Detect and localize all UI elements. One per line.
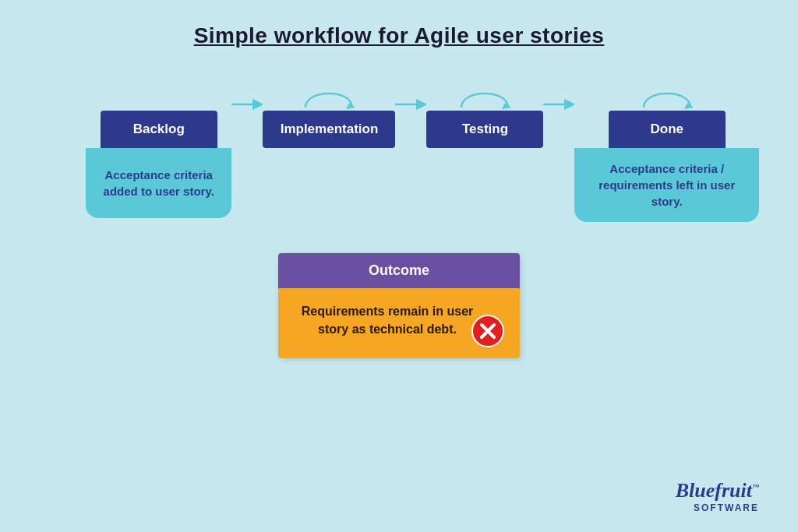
outcome-text: Requirements remain in user story as tec… xyxy=(297,302,501,338)
workflow-row: Backlog Acceptance criteria added to use… xyxy=(86,79,759,222)
curved-arrow-3-icon xyxy=(454,81,516,109)
step-backlog: Backlog Acceptance criteria added to use… xyxy=(86,79,231,218)
x-circle-icon xyxy=(471,315,504,347)
step-done: Done Acceptance criteria / requirements … xyxy=(574,79,759,222)
step-implementation-header: Implementation xyxy=(263,111,395,148)
step-backlog-body: Acceptance criteria added to user story. xyxy=(86,148,231,218)
outcome-body: Requirements remain in user story as tec… xyxy=(278,288,520,358)
arrow-right-3-icon xyxy=(543,97,574,112)
arrow-right-icon xyxy=(231,97,263,112)
outcome-section: Outcome Requirements remain in user stor… xyxy=(39,253,759,358)
logo-software: Software xyxy=(694,502,759,513)
step-done-body: Acceptance criteria / requirements left … xyxy=(574,148,759,222)
page-title: Simple workflow for Agile user stories xyxy=(39,23,759,48)
page-container: Simple workflow for Agile user stories B… xyxy=(0,0,798,532)
arrow-right-2-icon xyxy=(395,97,426,112)
arrow-3-4 xyxy=(543,79,574,112)
outcome-header: Outcome xyxy=(278,253,520,288)
step-backlog-header: Backlog xyxy=(101,111,217,148)
above-arrow-4 xyxy=(636,79,698,109)
above-arrow-3 xyxy=(454,79,516,109)
logo-area: Bluefruit™ Software xyxy=(676,481,759,513)
arrow-1-2 xyxy=(231,79,263,112)
outcome-box: Outcome Requirements remain in user stor… xyxy=(278,253,520,358)
step-done-header: Done xyxy=(609,111,726,148)
step-testing-header: Testing xyxy=(426,111,543,148)
step-testing: Testing xyxy=(426,79,543,148)
curved-arrow-4-icon xyxy=(636,81,698,109)
step-implementation: Implementation xyxy=(263,79,395,148)
curved-arrow-2-icon xyxy=(298,81,360,109)
above-arrow-2 xyxy=(298,79,360,109)
logo-script: Bluefruit™ xyxy=(676,481,759,501)
arrow-2-3 xyxy=(395,79,426,112)
